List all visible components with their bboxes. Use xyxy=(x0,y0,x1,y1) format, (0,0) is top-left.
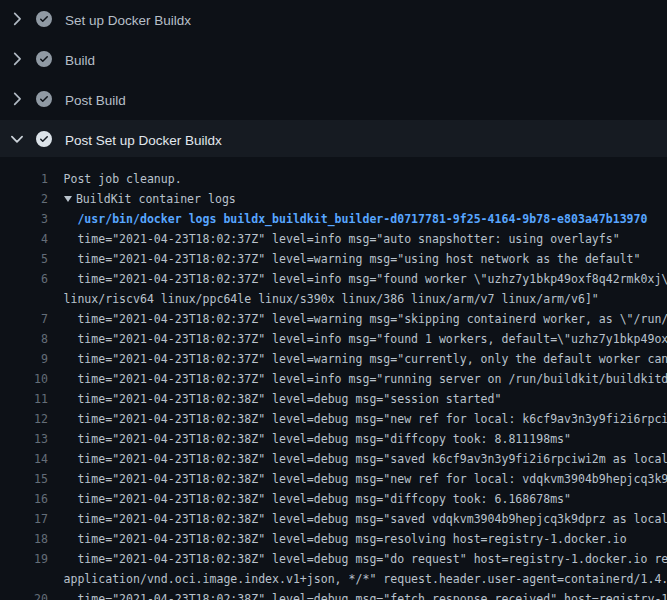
step-label: Post Set up Docker Buildx xyxy=(65,133,222,148)
step-header-post-set-up-docker-buildx[interactable]: Post Set up Docker Buildx xyxy=(0,120,667,160)
line-number[interactable] xyxy=(0,289,48,309)
log-row: 11 time="2021-04-23T18:02:38Z" level=deb… xyxy=(0,389,667,409)
line-number[interactable]: 5 xyxy=(0,249,48,269)
line-number[interactable]: 12 xyxy=(0,409,48,429)
line-number[interactable]: 8 xyxy=(0,329,48,349)
log-group-row: 2BuildKit container logs xyxy=(0,189,667,209)
log-command-row: 3 /usr/bin/docker logs buildx_buildkit_b… xyxy=(0,209,667,229)
log-text: time="2021-04-23T18:02:38Z" level=debug … xyxy=(64,489,571,509)
line-number[interactable]: 14 xyxy=(0,449,48,469)
line-number[interactable]: 10 xyxy=(0,369,48,389)
line-number[interactable]: 9 xyxy=(0,349,48,369)
line-number[interactable]: 13 xyxy=(0,429,48,449)
line-number[interactable]: 3 xyxy=(0,209,48,229)
log-row: 9 time="2021-04-23T18:02:37Z" level=warn… xyxy=(0,349,667,369)
log-text: time="2021-04-23T18:02:38Z" level=debug … xyxy=(64,589,667,600)
log-text: time="2021-04-23T18:02:38Z" level=debug … xyxy=(64,429,571,449)
log-row: 7 time="2021-04-23T18:02:37Z" level=warn… xyxy=(0,309,667,329)
log-panel: 1Post job cleanup.2BuildKit container lo… xyxy=(0,160,667,600)
log-text: time="2021-04-23T18:02:37Z" level=warnin… xyxy=(64,249,641,269)
check-circle-icon xyxy=(36,51,52,67)
log-row: 16 time="2021-04-23T18:02:38Z" level=deb… xyxy=(0,489,667,509)
line-number[interactable]: 1 xyxy=(0,169,48,189)
group-collapse-triangle-icon[interactable] xyxy=(64,196,72,202)
log-row: 6 time="2021-04-23T18:02:37Z" level=info… xyxy=(0,269,667,289)
step-label: Build xyxy=(65,53,95,68)
check-circle-icon xyxy=(36,11,52,27)
log-text: time="2021-04-23T18:02:38Z" level=debug … xyxy=(64,549,667,569)
line-number[interactable]: 11 xyxy=(0,389,48,409)
log-command-text: /usr/bin/docker logs buildx_buildkit_bui… xyxy=(64,209,648,229)
log-text: time="2021-04-23T18:02:37Z" level=info m… xyxy=(64,369,667,389)
log-row-wrap: application/vnd.oci.image.index.v1+json,… xyxy=(0,569,667,589)
group-label: BuildKit container logs xyxy=(76,192,236,206)
step-label: Post Build xyxy=(65,93,126,108)
log-row-wrap: linux/riscv64 linux/ppc64le linux/s390x … xyxy=(0,289,667,309)
line-number[interactable]: 4 xyxy=(0,229,48,249)
check-circle-icon xyxy=(36,131,52,147)
log-text: time="2021-04-23T18:02:38Z" level=debug … xyxy=(64,409,667,429)
chevron-down-icon xyxy=(9,131,25,147)
chevron-right-icon xyxy=(9,11,25,27)
log-row: 10 time="2021-04-23T18:02:37Z" level=inf… xyxy=(0,369,667,389)
chevron-right-icon xyxy=(9,51,25,67)
log-row: 20 time="2021-04-23T18:02:38Z" level=deb… xyxy=(0,589,667,600)
line-number[interactable]: 6 xyxy=(0,269,48,289)
steps-list: Set up Docker BuildxBuildPost BuildPost … xyxy=(0,0,667,160)
log-row: 1Post job cleanup. xyxy=(0,169,667,189)
log-text: time="2021-04-23T18:02:37Z" level=info m… xyxy=(64,329,667,349)
line-number[interactable]: 17 xyxy=(0,509,48,529)
log-text: linux/riscv64 linux/ppc64le linux/s390x … xyxy=(64,289,599,309)
log-row: 18 time="2021-04-23T18:02:38Z" level=deb… xyxy=(0,529,667,549)
log-row: 12 time="2021-04-23T18:02:38Z" level=deb… xyxy=(0,409,667,429)
line-number[interactable]: 7 xyxy=(0,309,48,329)
log-text: time="2021-04-23T18:02:38Z" level=debug … xyxy=(64,449,667,469)
check-circle-icon xyxy=(36,91,52,107)
step-header-post-build[interactable]: Post Build xyxy=(0,80,667,120)
step-label: Set up Docker Buildx xyxy=(65,13,191,28)
line-number[interactable]: 16 xyxy=(0,489,48,509)
log-row: 5 time="2021-04-23T18:02:37Z" level=warn… xyxy=(0,249,667,269)
log-row: 19 time="2021-04-23T18:02:38Z" level=deb… xyxy=(0,549,667,569)
log-text: time="2021-04-23T18:02:37Z" level=warnin… xyxy=(64,309,667,329)
log-row: 15 time="2021-04-23T18:02:38Z" level=deb… xyxy=(0,469,667,489)
log-row: 17 time="2021-04-23T18:02:38Z" level=deb… xyxy=(0,509,667,529)
log-row: 13 time="2021-04-23T18:02:38Z" level=deb… xyxy=(0,429,667,449)
log-text[interactable]: BuildKit container logs xyxy=(64,189,236,209)
chevron-right-icon xyxy=(9,91,25,107)
log-text: time="2021-04-23T18:02:38Z" level=debug … xyxy=(64,389,502,409)
log-text: time="2021-04-23T18:02:38Z" level=debug … xyxy=(64,509,667,529)
line-number[interactable]: 20 xyxy=(0,589,48,600)
log-row: 14 time="2021-04-23T18:02:38Z" level=deb… xyxy=(0,449,667,469)
log-text: time="2021-04-23T18:02:38Z" level=debug … xyxy=(64,469,667,489)
line-number[interactable]: 15 xyxy=(0,469,48,489)
log-text: time="2021-04-23T18:02:37Z" level=info m… xyxy=(64,269,667,289)
log-text: time="2021-04-23T18:02:37Z" level=warnin… xyxy=(64,349,667,369)
log-row: 4 time="2021-04-23T18:02:37Z" level=info… xyxy=(0,229,667,249)
step-header-build[interactable]: Build xyxy=(0,40,667,80)
line-number[interactable]: 18 xyxy=(0,529,48,549)
log-row: 8 time="2021-04-23T18:02:37Z" level=info… xyxy=(0,329,667,349)
log-text: time="2021-04-23T18:02:37Z" level=info m… xyxy=(64,229,620,249)
log-text: application/vnd.oci.image.index.v1+json,… xyxy=(64,569,667,589)
log-text: time="2021-04-23T18:02:38Z" level=debug … xyxy=(64,529,627,549)
line-number[interactable] xyxy=(0,569,48,589)
line-number[interactable]: 19 xyxy=(0,549,48,569)
log-text: Post job cleanup. xyxy=(64,169,182,189)
step-header-set-up-docker-buildx[interactable]: Set up Docker Buildx xyxy=(0,0,667,40)
line-number[interactable]: 2 xyxy=(0,189,48,209)
